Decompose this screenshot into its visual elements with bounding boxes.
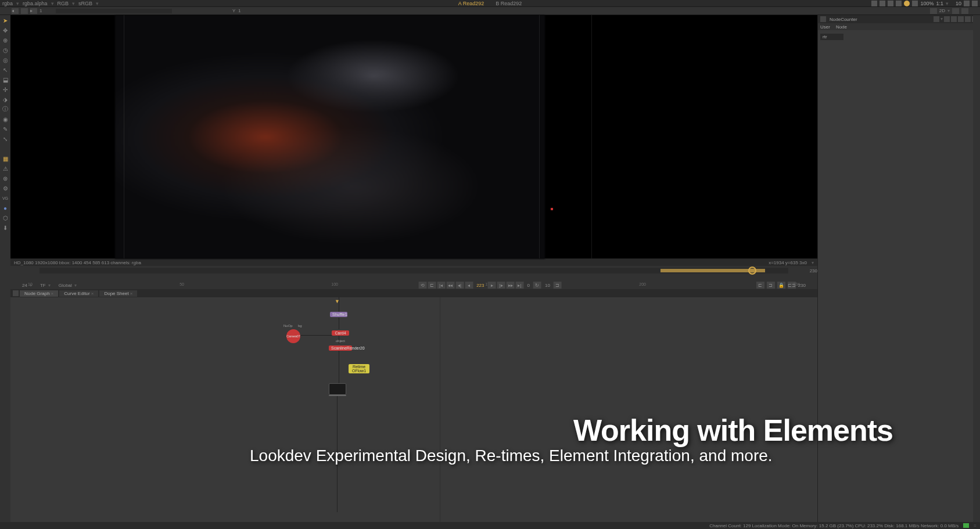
- dim-button[interactable]: 2D: [939, 8, 945, 13]
- pan-tool-icon[interactable]: ✥: [1, 26, 9, 34]
- panel-menu-icon[interactable]: [820, 16, 826, 22]
- panel-close-icon[interactable]: [965, 16, 971, 22]
- close-icon[interactable]: ×: [51, 291, 54, 296]
- play-fwd-btn[interactable]: ▸: [488, 282, 496, 289]
- viewer-status-bar: HD_1080 1920x1080 bbox: 1400 454 585 613…: [10, 259, 817, 266]
- tab-user[interactable]: User: [820, 24, 830, 30]
- timeline-track[interactable]: [40, 268, 788, 274]
- window-icon[interactable]: [888, 1, 893, 6]
- backdrop-edge: [440, 297, 440, 529]
- menu-icon[interactable]: [13, 290, 19, 296]
- prop-value[interactable]: rtr: [820, 34, 843, 40]
- node-input-label: object: [336, 339, 345, 343]
- tab-curve-editor[interactable]: Curve Editor×: [59, 290, 98, 297]
- target-icon[interactable]: ◎: [1, 56, 9, 64]
- roi-btn[interactable]: [930, 8, 937, 14]
- pencil-icon[interactable]: ✎: [1, 125, 9, 133]
- playhead[interactable]: [748, 267, 756, 275]
- clip-btn[interactable]: [961, 8, 968, 14]
- loop-btn[interactable]: ↻: [533, 282, 541, 289]
- viewer-input-a[interactable]: A Read292: [458, 1, 484, 6]
- node-input-label: NoOp: [283, 324, 293, 328]
- zoom-tool-icon[interactable]: ⊕: [1, 36, 9, 44]
- dot-icon[interactable]: ●: [1, 204, 9, 212]
- down-icon[interactable]: ⬇: [1, 224, 9, 232]
- warn-icon[interactable]: ⚠: [1, 164, 9, 172]
- node-graph[interactable]: ▼ Shuffle1 NoOp bg Camera07 Card4 object…: [10, 297, 817, 529]
- first-frame-btn[interactable]: |◂: [437, 282, 445, 289]
- refresh-icon[interactable]: [904, 1, 910, 6]
- pause-icon[interactable]: [912, 1, 918, 6]
- last-frame-btn[interactable]: ▸|: [516, 282, 524, 289]
- channel-rgb[interactable]: RGB: [58, 1, 69, 6]
- gear-icon[interactable]: ⚙: [1, 184, 9, 192]
- skip-value[interactable]: 10: [543, 283, 552, 288]
- sync-btn[interactable]: ⟲: [418, 282, 426, 289]
- node-input-label: bg: [298, 324, 302, 328]
- tab-dope-sheet[interactable]: Dope Sheet×: [99, 290, 137, 297]
- viewer-input-b[interactable]: B Read292: [496, 1, 522, 6]
- move-icon[interactable]: ✢: [1, 85, 9, 93]
- close-icon[interactable]: ×: [130, 291, 133, 296]
- histogram-icon[interactable]: ⬗: [1, 95, 9, 103]
- globe-icon[interactable]: ⊛: [1, 174, 9, 182]
- node-card[interactable]: Card4: [332, 330, 349, 336]
- screen-icon[interactable]: [896, 1, 902, 6]
- properties-content: rtr: [818, 30, 980, 529]
- step-back-btn[interactable]: ◂|: [455, 282, 464, 289]
- layout-icon[interactable]: [880, 1, 885, 6]
- timeline[interactable]: 230: [10, 266, 817, 275]
- cursor-info: x=1934 y=635 3x0: [769, 260, 807, 265]
- node-viewer[interactable]: [329, 383, 346, 395]
- node-shuffle[interactable]: Shuffle1: [330, 312, 347, 317]
- node-retime[interactable]: Retime OFlow1: [349, 364, 369, 373]
- range-btn[interactable]: ⊏: [428, 282, 436, 289]
- panel-float-icon[interactable]: [958, 16, 964, 22]
- option-icon[interactable]: [964, 1, 970, 6]
- play-back-btn[interactable]: ◂: [465, 282, 473, 289]
- panel-opt-icon[interactable]: [934, 16, 939, 22]
- next-btn[interactable]: ▸: [30, 8, 37, 14]
- stopwatch-icon[interactable]: ◷: [1, 46, 9, 54]
- zoom-level[interactable]: 100%: [920, 1, 934, 6]
- status-menu-icon[interactable]: ≡: [974, 523, 977, 528]
- dropper-icon[interactable]: ⤡: [1, 135, 9, 143]
- io-btn[interactable]: [21, 8, 28, 14]
- folder-icon[interactable]: ▦: [1, 154, 9, 163]
- shield-icon[interactable]: ⬡: [1, 214, 9, 222]
- viewer[interactable]: [10, 15, 817, 259]
- brush-icon[interactable]: [972, 1, 978, 6]
- channel-alpha[interactable]: rgba.alpha: [23, 1, 48, 6]
- tab-node[interactable]: Node: [836, 24, 847, 30]
- exposure-slider[interactable]: [56, 9, 172, 13]
- arrow-icon[interactable]: ↖: [1, 66, 9, 74]
- panel-max-icon[interactable]: [951, 16, 957, 22]
- skip-btn[interactable]: ⊐: [554, 282, 562, 289]
- proxy-btn[interactable]: [952, 8, 959, 14]
- fps-value[interactable]: 24: [22, 283, 27, 288]
- eye-icon[interactable]: ◉: [1, 115, 9, 123]
- panel-min-icon[interactable]: [944, 16, 950, 22]
- zoom-ratio[interactable]: 1:1: [936, 1, 943, 6]
- vg-icon[interactable]: VG: [1, 194, 9, 202]
- dropdown-icon[interactable]: ▾: [812, 260, 814, 265]
- blank1-icon: [1, 145, 9, 153]
- viewer-top-bar: rgba ▾ rgba.alpha ▾ RGB ▾ sRGB ▾ A Read2…: [0, 0, 980, 7]
- step-fwd-btn[interactable]: |▸: [497, 282, 505, 289]
- info-icon[interactable]: ⓘ: [1, 105, 9, 113]
- node-camera[interactable]: Camera07: [286, 329, 300, 343]
- close-icon[interactable]: ×: [91, 291, 94, 296]
- current-frame[interactable]: 223: [474, 283, 486, 288]
- next-key-btn[interactable]: ▸▸: [507, 282, 515, 289]
- wipe-icon[interactable]: ⬓: [1, 75, 9, 84]
- prev-key-btn[interactable]: ◂◂: [446, 282, 454, 289]
- prev-btn[interactable]: ◂: [12, 8, 19, 14]
- tab-node-graph[interactable]: Node Graph×: [20, 290, 58, 297]
- top-right-controls: 100% 1:1 ▾ 10: [871, 1, 978, 6]
- node-write[interactable]: [329, 395, 346, 396]
- pointer-tool-icon[interactable]: ➤: [1, 16, 9, 24]
- channel-rgba[interactable]: rgba: [2, 1, 13, 6]
- channel-srgb[interactable]: sRGB: [78, 1, 92, 6]
- grid-icon[interactable]: [871, 1, 877, 6]
- node-scanline[interactable]: ScanlineRender20: [329, 346, 352, 351]
